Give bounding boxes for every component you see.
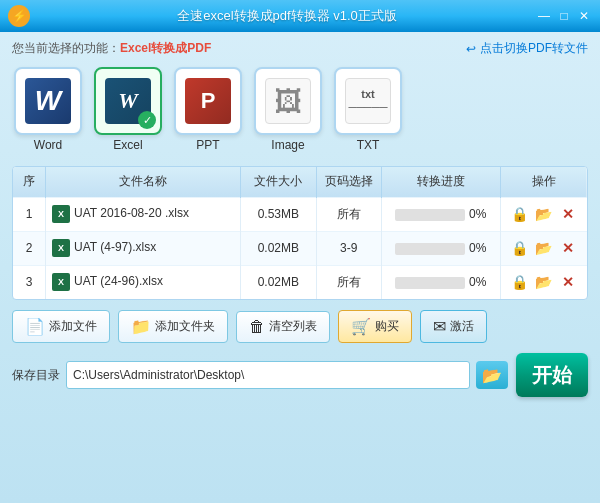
title-bar: ⚡ 全速excel转换成pdf转换器 v1.0正式版 — □ ✕ bbox=[0, 0, 600, 32]
file-table-area: 序 文件名称 文件大小 页码选择 转换进度 操作 1 XUAT 2016-08-… bbox=[12, 166, 588, 300]
image-icon: 🖼 bbox=[265, 78, 311, 124]
add-folder-button[interactable]: 📁 添加文件夹 bbox=[118, 310, 228, 343]
cell-pages: 所有 bbox=[316, 265, 381, 299]
cell-index: 2 bbox=[13, 231, 45, 265]
format-txt-button[interactable]: txt───── TXT bbox=[332, 65, 404, 154]
folder-open-icon[interactable]: 📂 bbox=[534, 272, 554, 292]
format-ppt-button[interactable]: P PPT bbox=[172, 65, 244, 154]
image-icon-box: 🖼 bbox=[254, 67, 322, 135]
progress-bar bbox=[395, 209, 465, 221]
window-controls: — □ ✕ bbox=[536, 8, 592, 24]
col-index: 序 bbox=[13, 167, 45, 197]
action-icons: 🔒 📂 ✕ bbox=[505, 204, 583, 224]
switch-mode-link[interactable]: 点击切换PDF转文件 bbox=[466, 40, 588, 57]
save-path-row: 保存目录 📂 bbox=[12, 361, 508, 389]
activate-icon: ✉ bbox=[433, 317, 446, 336]
feature-label: 您当前选择的功能： bbox=[12, 40, 120, 57]
cell-index: 1 bbox=[13, 197, 45, 231]
app-icon: ⚡ bbox=[8, 5, 30, 27]
save-path-input[interactable] bbox=[66, 361, 470, 389]
main-content: 您当前选择的功能： Excel转换成PDF 点击切换PDF转文件 W Word … bbox=[0, 32, 600, 503]
save-left: 保存目录 📂 bbox=[12, 361, 508, 389]
table-row: 3 XUAT (24-96).xlsx 0.02MB 所有 0% 🔒 📂 ✕ bbox=[13, 265, 587, 299]
excel-check-icon: ✓ bbox=[138, 111, 156, 129]
cell-filesize: 0.02MB bbox=[240, 231, 316, 265]
add-folder-icon: 📁 bbox=[131, 317, 151, 336]
cell-filename: XUAT 2016-08-20 .xlsx bbox=[45, 197, 240, 231]
cell-filename: XUAT (4-97).xlsx bbox=[45, 231, 240, 265]
add-file-button[interactable]: 📄 添加文件 bbox=[12, 310, 110, 343]
txt-icon-box: txt───── bbox=[334, 67, 402, 135]
buy-button[interactable]: 🛒 购买 bbox=[338, 310, 412, 343]
format-word-button[interactable]: W Word bbox=[12, 65, 84, 154]
cell-filename: XUAT (24-96).xlsx bbox=[45, 265, 240, 299]
word-label: Word bbox=[34, 138, 62, 152]
cell-filesize: 0.02MB bbox=[240, 265, 316, 299]
file-excel-icon: X bbox=[52, 273, 70, 291]
lock-icon[interactable]: 🔒 bbox=[510, 238, 530, 258]
bottom-action-bar: 📄 添加文件 📁 添加文件夹 🗑 清空列表 🛒 购买 ✉ 激活 bbox=[12, 310, 588, 343]
col-action: 操作 bbox=[500, 167, 587, 197]
start-button[interactable]: 开始 bbox=[516, 353, 588, 397]
table-row: 1 XUAT 2016-08-20 .xlsx 0.53MB 所有 0% 🔒 📂… bbox=[13, 197, 587, 231]
ppt-icon: P bbox=[185, 78, 231, 124]
close-button[interactable]: ✕ bbox=[576, 8, 592, 24]
browse-folder-button[interactable]: 📂 bbox=[476, 361, 508, 389]
minimize-button[interactable]: — bbox=[536, 8, 552, 24]
folder-open-icon[interactable]: 📂 bbox=[534, 238, 554, 258]
image-label: Image bbox=[271, 138, 304, 152]
ppt-icon-box: P bbox=[174, 67, 242, 135]
feature-bar: 您当前选择的功能： Excel转换成PDF 点击切换PDF转文件 bbox=[12, 40, 588, 57]
add-file-icon: 📄 bbox=[25, 317, 45, 336]
lock-icon[interactable]: 🔒 bbox=[510, 204, 530, 224]
format-excel-button[interactable]: W ✓ Excel bbox=[92, 65, 164, 154]
maximize-button[interactable]: □ bbox=[556, 8, 572, 24]
folder-icon: 📂 bbox=[482, 366, 502, 385]
cell-pages: 3-9 bbox=[316, 231, 381, 265]
clear-list-icon: 🗑 bbox=[249, 318, 265, 336]
cell-filesize: 0.53MB bbox=[240, 197, 316, 231]
remove-icon[interactable]: ✕ bbox=[558, 204, 578, 224]
excel-label: Excel bbox=[113, 138, 142, 152]
cell-progress: 0% bbox=[381, 265, 500, 299]
col-progress: 转换进度 bbox=[381, 167, 500, 197]
file-excel-icon: X bbox=[52, 205, 70, 223]
save-row: 保存目录 📂 开始 bbox=[12, 353, 588, 397]
app-title: 全速excel转换成pdf转换器 v1.0正式版 bbox=[38, 7, 536, 25]
ppt-label: PPT bbox=[196, 138, 219, 152]
txt-icon: txt───── bbox=[345, 78, 391, 124]
word-icon-box: W bbox=[14, 67, 82, 135]
action-icons: 🔒 📂 ✕ bbox=[505, 272, 583, 292]
format-image-button[interactable]: 🖼 Image bbox=[252, 65, 324, 154]
lock-icon[interactable]: 🔒 bbox=[510, 272, 530, 292]
word-icon: W bbox=[25, 78, 71, 124]
activate-button[interactable]: ✉ 激活 bbox=[420, 310, 487, 343]
txt-label: TXT bbox=[357, 138, 380, 152]
file-table: 序 文件名称 文件大小 页码选择 转换进度 操作 1 XUAT 2016-08-… bbox=[13, 167, 587, 299]
cell-actions: 🔒 📂 ✕ bbox=[500, 265, 587, 299]
cell-pages: 所有 bbox=[316, 197, 381, 231]
excel-icon-box: W ✓ bbox=[94, 67, 162, 135]
cell-progress: 0% bbox=[381, 231, 500, 265]
col-filename: 文件名称 bbox=[45, 167, 240, 197]
cell-actions: 🔒 📂 ✕ bbox=[500, 231, 587, 265]
folder-open-icon[interactable]: 📂 bbox=[534, 204, 554, 224]
remove-icon[interactable]: ✕ bbox=[558, 272, 578, 292]
progress-bar bbox=[395, 277, 465, 289]
clear-list-button[interactable]: 🗑 清空列表 bbox=[236, 311, 330, 343]
table-row: 2 XUAT (4-97).xlsx 0.02MB 3-9 0% 🔒 📂 ✕ bbox=[13, 231, 587, 265]
cell-actions: 🔒 📂 ✕ bbox=[500, 197, 587, 231]
buy-icon: 🛒 bbox=[351, 317, 371, 336]
col-filesize: 文件大小 bbox=[240, 167, 316, 197]
cell-progress: 0% bbox=[381, 197, 500, 231]
col-pages: 页码选择 bbox=[316, 167, 381, 197]
save-path-label: 保存目录 bbox=[12, 367, 60, 384]
progress-bar bbox=[395, 243, 465, 255]
table-header-row: 序 文件名称 文件大小 页码选择 转换进度 操作 bbox=[13, 167, 587, 197]
remove-icon[interactable]: ✕ bbox=[558, 238, 578, 258]
feature-value: Excel转换成PDF bbox=[120, 40, 211, 57]
table-body: 1 XUAT 2016-08-20 .xlsx 0.53MB 所有 0% 🔒 📂… bbox=[13, 197, 587, 299]
file-excel-icon: X bbox=[52, 239, 70, 257]
action-icons: 🔒 📂 ✕ bbox=[505, 238, 583, 258]
format-buttons-row: W Word W ✓ Excel P PPT 🖼 Image bbox=[12, 65, 588, 154]
